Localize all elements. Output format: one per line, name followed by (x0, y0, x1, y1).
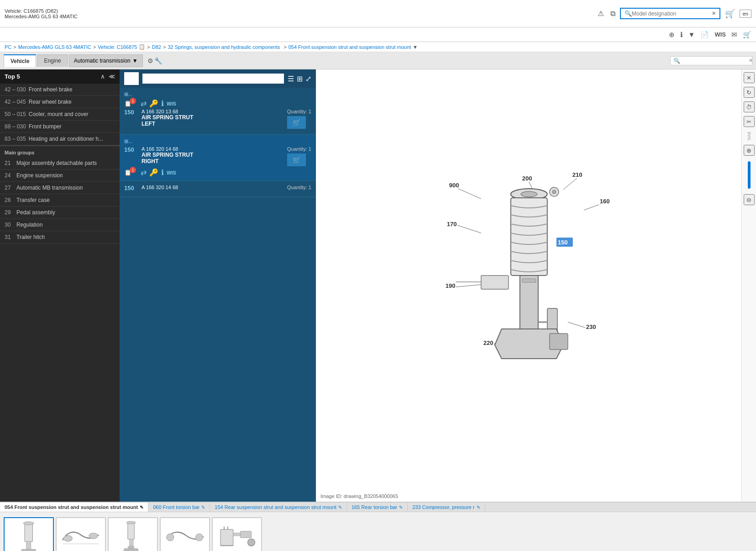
sidebar-item-29[interactable]: 29 Pedal assembly (0, 207, 120, 219)
breadcrumb-copy-icon[interactable]: 📋 (139, 44, 145, 50)
filter-icon[interactable]: ▼ (688, 31, 695, 38)
breadcrumb-springs[interactable]: 32 Springs, suspension and hydraulic com… (168, 44, 280, 50)
bottom-tab-165[interactable]: 165 Rear torsion bar ✎ (347, 503, 408, 512)
part-1-checklist-icon[interactable]: 📋1 (124, 100, 138, 107)
zoom-in-diagram-icon[interactable]: ⊕ (744, 145, 755, 156)
part-2-wis-icon[interactable]: WIS (167, 170, 176, 175)
middle-header-checkbox[interactable] (124, 72, 139, 85)
part-1-grid-icon[interactable]: ⊞... (124, 91, 132, 97)
part-1-key-icon[interactable]: 🔑 (149, 99, 158, 108)
sidebar-item-31[interactable]: 31 Trailer hitch (0, 231, 120, 244)
sidebar-item-28[interactable]: 28 Transfer case (0, 194, 120, 207)
zoom-in-icon[interactable]: ⊕ (669, 31, 675, 39)
sidebar-collapse-icon[interactable]: ∧ (100, 73, 105, 80)
close-diagram-icon[interactable]: ✕ (744, 72, 755, 83)
list-view-icon[interactable]: ☰ (288, 74, 294, 83)
tab-search-clear-icon[interactable]: ✕ (749, 58, 753, 64)
thumb-233[interactable] (212, 517, 262, 551)
sidebar-item-42-045[interactable]: 42 – 045 Rear wheel brake (0, 96, 120, 108)
toolbar-icons: ⊕ ℹ ▼ 📄 WIS ✉ 🛒 (669, 31, 751, 39)
sidebar-item-83-035[interactable]: 83 – 035 Heating and air conditioner h..… (0, 133, 120, 145)
thumb-060[interactable] (56, 517, 106, 551)
svg-point-34 (89, 533, 98, 539)
part-1-exchange-icon[interactable]: ⇄ (141, 99, 147, 108)
info-icon[interactable]: ℹ (680, 31, 683, 39)
cart-secondary-icon[interactable]: 🛒 (743, 31, 751, 39)
blue-scroll-indicator[interactable] (748, 161, 751, 189)
breadcrumb-pc[interactable]: PC (5, 44, 11, 50)
svg-line-5 (563, 178, 577, 190)
history-icon[interactable]: ⏱ (744, 101, 755, 112)
clear-search-icon[interactable]: ✕ (712, 11, 716, 16)
part-2-grid-row: ⊞... (124, 138, 311, 144)
sidebar-item-27[interactable]: 27 Automatic MB transmission (0, 182, 120, 194)
tab-vehicle[interactable]: Vehicle (4, 54, 36, 67)
svg-rect-38 (130, 539, 134, 546)
svg-point-37 (126, 521, 136, 524)
alert-icon[interactable]: ⚠ (598, 9, 604, 18)
rotate-icon[interactable]: ↻ (744, 87, 755, 98)
svg-rect-25 (550, 334, 568, 350)
grid-view-icon[interactable]: ⊞ (297, 74, 303, 83)
part-2-qty: Quantity: 1 🛒 (287, 146, 311, 166)
breadcrumb-dropdown-icon[interactable]: ▼ (413, 44, 418, 50)
tab-tool-icon1[interactable]: ⚙ (147, 57, 153, 64)
breadcrumb-d82[interactable]: D82 (152, 44, 161, 50)
bottom-tab-054[interactable]: 054 Front suspension strut and suspensio… (0, 503, 148, 512)
svg-line-9 (457, 225, 481, 233)
tab-engine[interactable]: Engine (37, 54, 68, 67)
part-1-info-icon[interactable]: ℹ (161, 99, 164, 108)
sidebar-item-24[interactable]: 24 Engine suspension (0, 170, 120, 182)
thumb-165[interactable] (160, 517, 210, 551)
cart-top-icon[interactable]: 🛒 (725, 9, 735, 19)
svg-rect-22 (522, 279, 536, 282)
wis-icon[interactable]: WIS (714, 31, 726, 38)
sidebar-menu-icon[interactable]: ≪ (109, 73, 115, 80)
tab-automatic-transmission[interactable]: Automatic transmission ▼ (69, 54, 143, 67)
part-2-checklist-icon[interactable]: 📋1 (124, 169, 138, 176)
sidebar-item-50-015[interactable]: 50 – 015 Cooler, mount and cover (0, 108, 120, 121)
thumb-154[interactable] (108, 517, 158, 551)
part-1-actions-row: 📋1 ⇄ 🔑 ℹ WIS (124, 99, 311, 108)
expand-view-icon[interactable]: ⤢ (305, 74, 311, 83)
edit-icon-054: ✎ (140, 505, 143, 510)
bottom-tab-060[interactable]: 060 Front torsion bar ✎ (148, 503, 210, 512)
part-2-cart-btn[interactable]: 🛒 (287, 154, 306, 166)
svg-line-1 (458, 189, 481, 199)
sidebar-top5-label: Top 5 (5, 73, 20, 80)
part-2-grid-icon[interactable]: ⊞... (124, 138, 132, 144)
part-1-wis-icon[interactable]: WIS (167, 101, 176, 106)
sidebar-item-30[interactable]: 30 Regulation (0, 219, 120, 231)
bottom-strip: 054 Front suspension strut and suspensio… (0, 502, 756, 551)
breadcrumb-054[interactable]: 054 Front suspension strut and suspensio… (289, 44, 411, 50)
scissor-icon[interactable]: ✂ (744, 116, 755, 127)
svg-text:190: 190 (446, 282, 456, 289)
tab-search-input[interactable] (680, 58, 749, 64)
sidebar-item-21[interactable]: 21 Major assembly detachable parts (0, 157, 120, 170)
svg-text:210: 210 (572, 171, 583, 178)
svg-text:160: 160 (600, 198, 610, 205)
sidebar-item-88-030[interactable]: 88 – 030 Front bumper (0, 121, 120, 133)
tab-tool-icon2[interactable]: 🔧 (154, 57, 162, 64)
search-icon[interactable]: 🔍 (625, 10, 632, 17)
zoom-out-diagram-icon[interactable]: ⊖ (744, 194, 755, 205)
tab-search-box[interactable]: 🔍 ✕ (670, 56, 752, 65)
part-1-cart-btn[interactable]: 🛒 (287, 116, 306, 129)
bottom-tab-233[interactable]: 233 Compressor, pressure r ✎ (408, 503, 485, 512)
part-2-exchange-icon[interactable]: ⇄ (141, 168, 147, 177)
thumb-054[interactable] (4, 517, 54, 551)
copy-icon[interactable]: ⧉ (610, 10, 615, 18)
lang-badge[interactable]: en (740, 10, 751, 18)
breadcrumb-vehicle-id[interactable]: Vehicle: C166875 (98, 44, 137, 50)
sidebar-item-42-030[interactable]: 42 – 030 Front wheel brake (0, 84, 120, 96)
edit-icon-233: ✎ (477, 505, 480, 510)
part-2-info-icon[interactable]: ℹ (161, 168, 164, 177)
model-search-input[interactable] (632, 11, 712, 17)
middle-header-search[interactable] (142, 74, 284, 84)
breadcrumb-vehicle-model[interactable]: Mercedes-AMG GLS 63 4MATIC (18, 44, 91, 50)
mail-icon[interactable]: ✉ (731, 31, 737, 39)
part-2-key-icon[interactable]: 🔑 (149, 168, 158, 177)
document-icon[interactable]: 📄 (700, 31, 709, 39)
model-search-box[interactable]: 🔍 ✕ (620, 8, 720, 19)
bottom-tab-154[interactable]: 154 Rear suspension strut and suspension… (210, 503, 347, 512)
